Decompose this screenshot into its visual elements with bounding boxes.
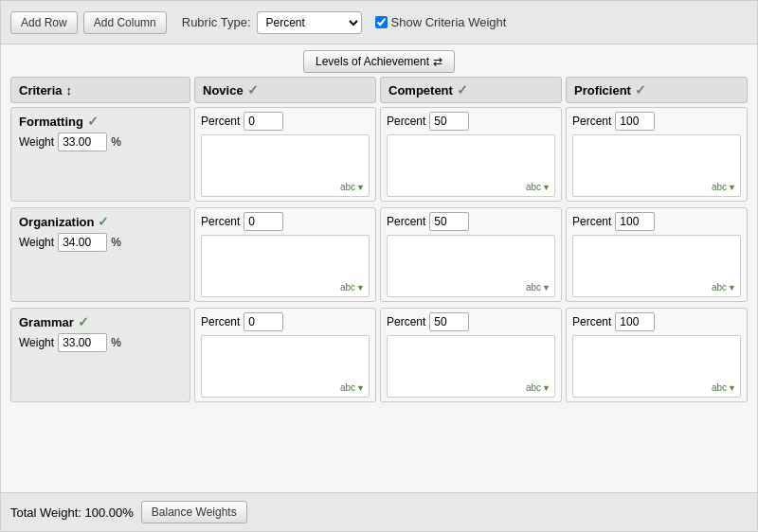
organization-weight-input[interactable]: [58, 233, 107, 252]
organization-novice-percent-row: Percent: [201, 212, 370, 231]
levels-header-row: Levels of Achievement ⇄: [10, 50, 748, 73]
formatting-proficient-percent-label: Percent: [572, 115, 611, 128]
formatting-weight-input[interactable]: [58, 133, 107, 151]
grammar-name: Grammar ✓: [19, 314, 182, 329]
organization-novice-text-area[interactable]: abc ▼: [201, 235, 370, 297]
formatting-competent-abc: abc ▼: [526, 182, 550, 192]
competent-column-header: Competent ✓: [380, 77, 562, 103]
organization-competent-percent-row: Percent: [387, 212, 555, 231]
organization-proficient-abc: abc ▼: [712, 282, 736, 293]
formatting-proficient-abc: abc ▼: [712, 182, 736, 192]
organization-competent-text-area[interactable]: abc ▼: [387, 235, 555, 297]
grid-header: Criteria ↕ Novice ✓ Competent ✓ Proficie…: [10, 77, 748, 103]
swap-icon: ⇄: [433, 55, 442, 68]
novice-check-icon: ✓: [247, 82, 259, 98]
proficient-check-icon: ✓: [635, 82, 646, 98]
organization-novice-percent-input[interactable]: [244, 212, 283, 231]
add-row-button[interactable]: Add Row: [10, 11, 78, 34]
footer: Total Weight: 100.00% Balance Weights: [1, 492, 757, 531]
organization-proficient-percent-label: Percent: [572, 215, 611, 228]
rubric-type-label: Rubric Type:: [182, 15, 251, 29]
grammar-proficient-text-area[interactable]: abc ▼: [572, 335, 741, 398]
formatting-novice-percent-row: Percent: [201, 112, 370, 131]
proficient-column-header: Proficient ✓: [566, 77, 748, 103]
organization-competent-percent-input[interactable]: [429, 212, 469, 231]
criteria-label: Criteria: [19, 83, 63, 98]
grammar-novice-percent-input[interactable]: [244, 312, 283, 331]
grammar-competent-abc: abc ▼: [526, 382, 550, 393]
grammar-competent-percent-row: Percent: [387, 312, 555, 331]
grammar-proficient-abc: abc ▼: [712, 382, 736, 393]
grammar-novice-text-area[interactable]: abc ▼: [201, 335, 370, 398]
formatting-proficient-percent-input[interactable]: [615, 112, 655, 131]
show-criteria-weight-text: Show Criteria Weight: [391, 15, 507, 29]
formatting-novice-percent-input[interactable]: [244, 112, 283, 131]
levels-of-achievement-button[interactable]: Levels of Achievement ⇄: [303, 50, 455, 73]
rubric-area: Levels of Achievement ⇄ Criteria ↕ Novic…: [1, 44, 757, 492]
organization-percent-sign: %: [111, 236, 121, 249]
organization-weight-label: Weight: [19, 236, 54, 249]
formatting-novice-cell: Percent abc ▼: [194, 107, 376, 202]
formatting-proficient-percent-row: Percent: [572, 112, 741, 131]
organization-novice-abc: abc ▼: [340, 282, 365, 293]
organization-weight-row: Weight %: [19, 233, 182, 252]
formatting-weight-row: Weight %: [19, 133, 182, 151]
grammar-competent-text-area[interactable]: abc ▼: [387, 335, 555, 398]
show-criteria-weight-label[interactable]: Show Criteria Weight: [375, 15, 507, 29]
formatting-competent-text-area[interactable]: abc ▼: [387, 134, 555, 197]
grammar-weight-input[interactable]: [58, 333, 107, 352]
grammar-proficient-cell: Percent abc ▼: [566, 308, 748, 402]
grammar-competent-percent-input[interactable]: [429, 312, 469, 331]
grammar-novice-percent-label: Percent: [201, 315, 240, 328]
formatting-percent-sign: %: [111, 135, 121, 149]
formatting-competent-percent-row: Percent: [387, 112, 555, 131]
grammar-criteria-cell: Grammar ✓ Weight %: [10, 308, 190, 402]
competent-check-icon: ✓: [457, 82, 468, 98]
organization-competent-cell: Percent abc ▼: [380, 207, 562, 302]
show-criteria-weight-checkbox[interactable]: [375, 16, 388, 28]
organization-check-icon: ✓: [98, 214, 109, 229]
grammar-percent-sign: %: [111, 336, 121, 349]
formatting-competent-cell: Percent abc ▼: [380, 107, 562, 202]
novice-label: Novice: [203, 83, 244, 98]
add-column-button[interactable]: Add Column: [83, 11, 167, 34]
formatting-row: Formatting ✓ Weight % Percent abc ▼: [10, 107, 748, 202]
organization-criteria-cell: Organization ✓ Weight %: [10, 207, 190, 302]
formatting-check-icon: ✓: [87, 114, 99, 129]
organization-name: Organization ✓: [19, 214, 182, 229]
organization-novice-cell: Percent abc ▼: [194, 207, 376, 302]
formatting-competent-percent-input[interactable]: [429, 112, 469, 131]
proficient-label: Proficient: [574, 83, 631, 98]
organization-proficient-text-area[interactable]: abc ▼: [572, 235, 741, 297]
formatting-criteria-cell: Formatting ✓ Weight %: [10, 107, 190, 202]
main-container: Add Row Add Column Rubric Type: Percent …: [0, 0, 758, 532]
novice-column-header: Novice ✓: [194, 77, 376, 103]
grammar-row: Grammar ✓ Weight % Percent abc ▼: [10, 308, 748, 402]
organization-proficient-percent-input[interactable]: [615, 212, 655, 231]
grammar-proficient-percent-row: Percent: [572, 312, 741, 331]
criteria-sort-icon: ↕: [66, 83, 73, 98]
formatting-novice-percent-label: Percent: [201, 115, 240, 128]
organization-row: Organization ✓ Weight % Percent abc: [10, 207, 748, 302]
grammar-competent-cell: Percent abc ▼: [380, 308, 562, 402]
organization-novice-percent-label: Percent: [201, 215, 240, 228]
grammar-proficient-percent-input[interactable]: [615, 312, 655, 331]
organization-proficient-cell: Percent abc ▼: [566, 207, 748, 302]
grammar-competent-percent-label: Percent: [387, 315, 425, 328]
grammar-weight-label: Weight: [19, 336, 54, 349]
formatting-weight-label: Weight: [19, 135, 54, 149]
criteria-column-header: Criteria ↕: [10, 77, 190, 103]
formatting-proficient-cell: Percent abc ▼: [566, 107, 748, 202]
rubric-type-select[interactable]: Percent Points Custom Points: [257, 11, 362, 34]
formatting-novice-text-area[interactable]: abc ▼: [201, 134, 370, 197]
formatting-name: Formatting ✓: [19, 114, 182, 129]
balance-weights-button[interactable]: Balance Weights: [141, 501, 247, 523]
grammar-proficient-percent-label: Percent: [572, 315, 611, 328]
grammar-weight-row: Weight %: [19, 333, 182, 352]
levels-label: Levels of Achievement: [316, 55, 429, 68]
formatting-proficient-text-area[interactable]: abc ▼: [572, 134, 741, 197]
organization-competent-abc: abc ▼: [526, 282, 550, 293]
organization-proficient-percent-row: Percent: [572, 212, 741, 231]
formatting-novice-abc: abc ▼: [340, 182, 365, 192]
total-weight-text: Total Weight: 100.00%: [10, 505, 134, 520]
